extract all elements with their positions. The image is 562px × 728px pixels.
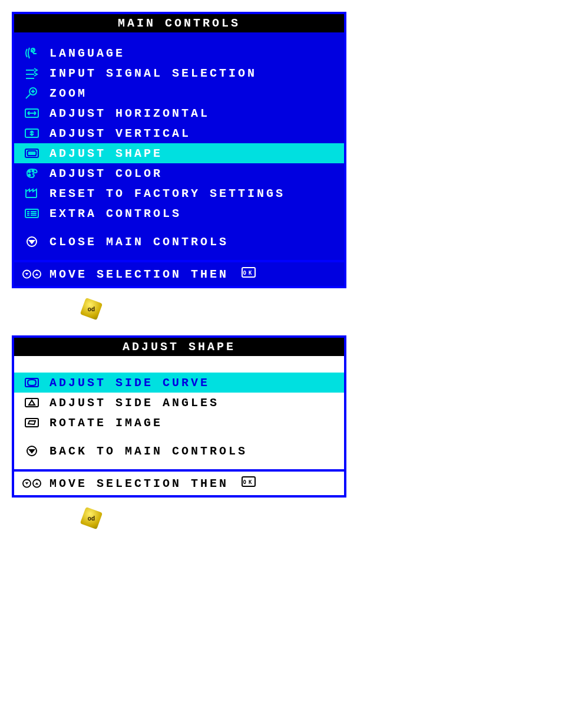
back-label: BACK TO MAIN CONTROLS: [49, 444, 247, 458]
menu-label: ADJUST VERTICAL: [49, 127, 191, 140]
main-controls-title: MAIN CONTROLS: [14, 14, 344, 32]
footer-text: MOVE SELECTION THEN: [49, 268, 229, 281]
side-angles-icon: [22, 395, 41, 410]
menu-label: LANGUAGE: [49, 47, 125, 60]
main-controls-footer: MOVE SELECTION THEN OK: [14, 260, 344, 286]
up-down-icons: [22, 269, 41, 279]
menu-item-adjust-color[interactable]: ADJUST COLOR: [14, 163, 344, 183]
svg-text:OK: OK: [243, 479, 254, 485]
menu-label: EXTRA CONTROLS: [49, 207, 181, 220]
menu-item-adjust-vertical[interactable]: ADJUST VERTICAL: [14, 123, 344, 143]
ok-physical-button-icon: [80, 298, 103, 320]
menu-label: ADJUST SHAPE: [49, 147, 163, 160]
menu-item-input-signal[interactable]: INPUT SIGNAL SELECTION: [14, 63, 344, 83]
svg-text:OK: OK: [243, 270, 254, 276]
input-signal-icon: [22, 65, 41, 81]
ok-icon: OK: [242, 267, 256, 281]
main-controls-body: LANGUAGE INPUT SIGNAL SELECTION ZOOM ADJ…: [14, 32, 344, 260]
menu-label: ADJUST SIDE CURVE: [49, 376, 210, 390]
down-arrow-icon: [22, 234, 41, 249]
ok-physical-button-icon: [80, 507, 103, 529]
factory-icon: [22, 186, 41, 201]
back-to-main-controls[interactable]: BACK TO MAIN CONTROLS: [14, 433, 344, 465]
menu-item-adjust-shape[interactable]: ADJUST SHAPE: [14, 143, 344, 163]
menu-item-side-angles[interactable]: ADJUST SIDE ANGLES: [14, 393, 344, 413]
svg-rect-16: [25, 419, 38, 427]
adjust-shape-window: ADJUST SHAPE ADJUST SIDE CURVE ADJUST SI…: [12, 335, 346, 498]
menu-label: ADJUST HORIZONTAL: [49, 107, 210, 120]
menu-label: ADJUST SIDE ANGLES: [49, 396, 219, 410]
menu-item-reset-factory[interactable]: RESET TO FACTORY SETTINGS: [14, 183, 344, 203]
close-main-controls[interactable]: CLOSE MAIN CONTROLS: [14, 223, 344, 255]
menu-label: ADJUST COLOR: [49, 167, 163, 180]
zoom-icon: [22, 85, 41, 101]
up-down-icons: [22, 478, 41, 489]
menu-item-extra-controls[interactable]: EXTRA CONTROLS: [14, 203, 344, 223]
shape-icon: [22, 146, 41, 161]
menu-item-zoom[interactable]: ZOOM: [14, 83, 344, 103]
footer-text: MOVE SELECTION THEN: [49, 477, 229, 490]
vertical-icon: [22, 126, 41, 141]
extra-controls-icon: [22, 206, 41, 221]
menu-label: ZOOM: [49, 87, 87, 100]
menu-label: RESET TO FACTORY SETTINGS: [49, 187, 285, 200]
horizontal-icon: [22, 106, 41, 121]
menu-item-adjust-horizontal[interactable]: ADJUST HORIZONTAL: [14, 103, 344, 123]
adjust-shape-title: ADJUST SHAPE: [14, 338, 344, 356]
side-curve-icon: [22, 375, 41, 390]
main-controls-window: MAIN CONTROLS LANGUAGE INPUT SIGNAL SELE…: [12, 12, 346, 288]
ok-icon: OK: [242, 476, 256, 490]
close-label: CLOSE MAIN CONTROLS: [49, 235, 229, 249]
menu-label: ROTATE IMAGE: [49, 416, 163, 430]
menu-item-side-curve[interactable]: ADJUST SIDE CURVE: [14, 373, 344, 393]
svg-point-7: [32, 170, 34, 172]
color-icon: [22, 166, 41, 181]
menu-label: INPUT SIGNAL SELECTION: [49, 67, 257, 80]
language-icon: [22, 45, 41, 61]
menu-item-rotate-image[interactable]: ROTATE IMAGE: [14, 413, 344, 433]
menu-item-language[interactable]: LANGUAGE: [14, 43, 344, 63]
rotate-icon: [22, 415, 41, 430]
svg-point-6: [29, 174, 31, 176]
adjust-shape-footer: MOVE SELECTION THEN OK: [14, 469, 344, 495]
svg-point-5: [29, 171, 31, 173]
adjust-shape-body: ADJUST SIDE CURVE ADJUST SIDE ANGLES ROT…: [14, 356, 344, 469]
down-arrow-icon: [22, 443, 41, 459]
